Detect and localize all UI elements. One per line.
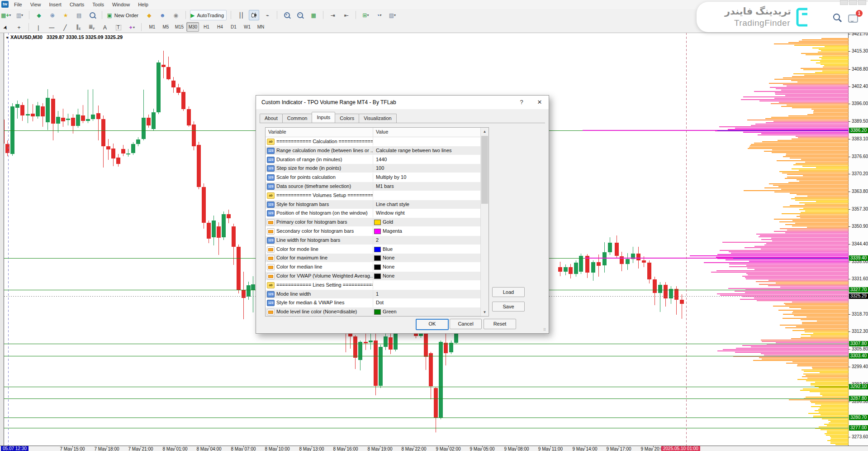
table-row[interactable]: 123Position of the histogram (on the win… [266, 209, 480, 217]
resize-grip-icon[interactable]: ⠿ [543, 328, 548, 332]
crosshair-tool-button[interactable]: + [14, 22, 24, 33]
text-tool-button[interactable]: A [100, 22, 110, 33]
zoom-in-button[interactable]: + [282, 10, 292, 20]
menu-window[interactable]: Window [108, 0, 134, 9]
dialog-title-bar[interactable]: Custom Indicator - TPO Volume Range MT4 … [256, 96, 549, 109]
table-row[interactable]: ab============ Calculation ============ [266, 137, 480, 146]
fibonacci-tool-button[interactable]: ≣F [86, 22, 97, 33]
value-cell[interactable]: Green [373, 307, 480, 316]
menu-file[interactable]: File [10, 0, 26, 9]
vertical-line-tool-button[interactable]: | [33, 22, 43, 33]
inputs-table[interactable]: Variable Value ab============ Calculatio… [265, 127, 489, 317]
timeframe-h1[interactable]: H1 [200, 22, 213, 32]
candle-chart-button[interactable] [249, 10, 259, 20]
table-row[interactable]: ab============ Lines Setting ===========… [266, 281, 480, 289]
table-row[interactable]: 123Style for median & VWAP linesDot [266, 298, 480, 307]
value-cell[interactable]: Gold [373, 218, 480, 226]
scrollbar-thumb[interactable] [481, 136, 488, 204]
tab-visualization[interactable]: Visualization [359, 114, 397, 123]
metaeditor-button[interactable]: ☻ [157, 10, 168, 20]
value-cell[interactable]: 2 [373, 236, 480, 245]
table-row[interactable]: 123Style for histogram barsLine chart st… [266, 200, 480, 209]
terminal-button[interactable]: ▤ [74, 10, 84, 20]
dialog-close-button[interactable]: ✕ [531, 96, 549, 109]
profiles-button[interactable]: ▥▾ [14, 10, 25, 20]
table-row[interactable]: Color for VWAP (Volume Weighted Averag..… [266, 272, 480, 280]
value-cell[interactable]: 100 [373, 164, 480, 173]
menu-charts[interactable]: Charts [66, 0, 88, 9]
tab-common[interactable]: Common [282, 114, 313, 123]
cursor-tool-button[interactable]: ➤ [0, 22, 11, 33]
menu-view[interactable]: View [26, 0, 45, 9]
value-cell[interactable]: 1440 [373, 155, 480, 164]
table-row[interactable]: 123Step size for mode (in points)100 [266, 164, 480, 173]
value-cell[interactable]: 1 [373, 290, 480, 298]
value-cell[interactable]: Calculate range between two lines [373, 146, 480, 155]
symbol-dropdown-icon[interactable]: ▼ [5, 36, 9, 40]
value-cell[interactable]: Multiply by 10 [373, 173, 480, 182]
time-axis[interactable]: 7 May 15:007 May 18:007 May 21:008 May 0… [0, 446, 868, 451]
menu-help[interactable]: Help [134, 0, 152, 9]
table-row[interactable]: 123Mode line width1 [266, 290, 480, 298]
table-row[interactable]: 123Line width for histogram bars2 [266, 236, 480, 245]
menu-tools[interactable]: Tools [88, 0, 108, 9]
market-watch-button[interactable]: ◆ [34, 10, 44, 20]
table-row[interactable]: Color for mode lineBlue [266, 245, 480, 254]
indicators-button[interactable]: ⊞▾ [360, 10, 371, 20]
tab-inputs[interactable]: Inputs [312, 112, 335, 122]
dialog-help-button[interactable]: ? [512, 96, 531, 109]
value-cell[interactable]: Window right [373, 209, 480, 217]
value-cell[interactable] [373, 281, 480, 289]
alerts-button[interactable]: ◉ [171, 10, 181, 20]
timeframe-m15[interactable]: M15 [173, 22, 185, 32]
value-cell[interactable]: M1 bars [373, 182, 480, 191]
table-row[interactable]: Color for median lineNone [266, 263, 480, 271]
ok-button[interactable]: OK [416, 319, 449, 330]
value-cell[interactable]: Magenta [373, 227, 480, 235]
tab-about[interactable]: About [260, 114, 283, 123]
timeframe-m1[interactable]: M1 [146, 22, 158, 32]
timeframe-mn[interactable]: MN [254, 22, 267, 32]
table-row[interactable]: 123Data source (timeframe selection)M1 b… [266, 182, 480, 191]
tile-windows-button[interactable]: ▦ [308, 10, 319, 20]
window-close-button[interactable] [858, 0, 866, 5]
line-chart-button[interactable]: ⌁ [262, 10, 273, 20]
trendline-tool-button[interactable]: ╱ [60, 22, 70, 33]
timeframe-m30[interactable]: M30 [186, 22, 199, 32]
timeframe-h4[interactable]: H4 [213, 22, 226, 32]
bar-chart-button[interactable]: ⎮⎮ [236, 10, 246, 20]
save-button[interactable]: Save [492, 302, 525, 312]
value-cell[interactable] [373, 137, 480, 146]
autotrading-button[interactable]: ▶AutoTrading [190, 10, 227, 20]
price-axis[interactable]: 3421.703415.303408.803402.403396.003389.… [848, 33, 868, 446]
strategy-tester-button[interactable] [87, 10, 98, 20]
window-minimize-button[interactable] [840, 0, 848, 5]
variable-column-header[interactable]: Variable [268, 129, 286, 134]
value-column-header[interactable]: Value [376, 129, 388, 134]
cancel-button[interactable]: Cancel [450, 319, 482, 329]
table-row[interactable]: ab============ Volumes Setup =========..… [266, 191, 480, 200]
channel-tool-button[interactable]: ∥E [73, 22, 84, 33]
table-row[interactable]: Primary color for histogram barsGold [266, 218, 480, 226]
auto-scroll-button[interactable]: ⇥ [328, 10, 338, 20]
timeframe-w1[interactable]: W1 [241, 22, 253, 32]
search-icon[interactable] [833, 14, 840, 20]
value-cell[interactable]: Blue [373, 245, 480, 254]
reset-button[interactable]: Reset [484, 319, 516, 329]
load-button[interactable]: Load [492, 287, 525, 297]
value-cell[interactable]: None [373, 254, 480, 262]
scroll-down-icon[interactable]: ▼ [481, 308, 489, 316]
value-cell[interactable] [373, 191, 480, 200]
zoom-out-button[interactable]: − [295, 10, 305, 20]
table-row[interactable]: Color for maximum lineNone [266, 254, 480, 262]
timeframe-d1[interactable]: D1 [227, 22, 240, 32]
chart-shift-button[interactable]: ⇤ [341, 10, 351, 20]
periods-button[interactable]: ◔▾ [374, 10, 384, 20]
templates-button[interactable]: ▧▾ [387, 10, 398, 20]
table-scrollbar[interactable]: ▲ ▼ [480, 128, 489, 316]
tab-colors[interactable]: Colors [335, 114, 359, 123]
value-cell[interactable]: Line chart style [373, 200, 480, 209]
table-row[interactable]: 123Duration of range (in minutes)1440 [266, 155, 480, 164]
navigator-button[interactable]: ★ [61, 10, 71, 20]
new-chart-button[interactable]: ▦+▾ [0, 10, 11, 20]
